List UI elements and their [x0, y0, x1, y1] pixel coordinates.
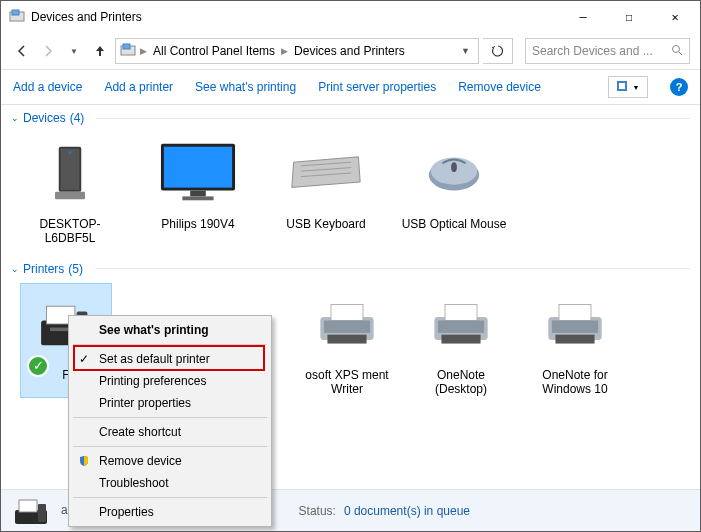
- search-placeholder: Search Devices and ...: [532, 44, 671, 58]
- app-icon: [9, 9, 25, 25]
- default-check-icon: ✓: [27, 355, 49, 377]
- help-button[interactable]: ?: [670, 78, 688, 96]
- command-toolbar: Add a device Add a printer See what's pr…: [1, 69, 700, 105]
- printer-icon: [535, 284, 615, 364]
- context-menu: See what's printing ✓ Set as default pri…: [68, 315, 272, 527]
- monitor-icon: [158, 133, 238, 213]
- minimize-button[interactable]: —: [560, 2, 606, 32]
- svg-rect-14: [190, 191, 206, 197]
- devices-grid: DESKTOP-L6DBF5L Philips 190V4 USB Keyboa…: [1, 129, 700, 256]
- keyboard-icon: [286, 133, 366, 213]
- refresh-button[interactable]: [483, 38, 513, 64]
- svg-rect-40: [19, 500, 37, 512]
- svg-rect-28: [331, 304, 363, 320]
- svg-rect-33: [441, 334, 480, 343]
- menu-preferences[interactable]: Printing preferences: [71, 370, 269, 392]
- collapse-icon: ⌄: [11, 113, 19, 123]
- svg-rect-37: [555, 334, 594, 343]
- menu-set-default[interactable]: ✓ Set as default printer: [71, 348, 269, 370]
- svg-rect-13: [164, 147, 232, 188]
- status-value: 0 document(s) in queue: [344, 504, 470, 518]
- navigation-bar: ▼ ▶ All Control Panel Items ▶ Devices an…: [1, 33, 700, 69]
- svg-rect-32: [445, 304, 477, 320]
- maximize-button[interactable]: ☐: [606, 2, 652, 32]
- svg-rect-7: [619, 83, 625, 89]
- printer-label: OneNote for Windows 10: [525, 368, 625, 397]
- menu-troubleshoot[interactable]: Troubleshoot: [71, 472, 269, 494]
- add-device-button[interactable]: Add a device: [13, 80, 82, 94]
- breadcrumb-root-icon: [120, 43, 136, 60]
- breadcrumb-dropdown[interactable]: ▼: [457, 46, 474, 56]
- add-printer-button[interactable]: Add a printer: [104, 80, 173, 94]
- status-printer-icon: [11, 496, 47, 526]
- svg-rect-41: [38, 504, 46, 522]
- close-button[interactable]: ✕: [652, 2, 698, 32]
- shield-icon: [77, 454, 91, 468]
- device-item[interactable]: USB Optical Mouse: [399, 133, 509, 246]
- print-server-button[interactable]: Print server properties: [318, 80, 436, 94]
- see-printing-button[interactable]: See what's printing: [195, 80, 296, 94]
- address-bar[interactable]: ▶ All Control Panel Items ▶ Devices and …: [115, 38, 479, 64]
- menu-see-printing[interactable]: See what's printing: [71, 319, 269, 341]
- window-titlebar: Devices and Printers — ☐ ✕: [1, 1, 700, 33]
- printer-icon: [421, 284, 501, 364]
- svg-rect-30: [324, 320, 370, 332]
- section-header-printers[interactable]: ⌄ Printers (5): [1, 256, 700, 280]
- svg-rect-10: [55, 192, 85, 200]
- collapse-icon: ⌄: [11, 264, 19, 274]
- breadcrumb-chevron[interactable]: ▶: [279, 46, 290, 56]
- device-label: USB Optical Mouse: [402, 217, 507, 231]
- recent-dropdown[interactable]: ▼: [63, 40, 85, 62]
- mouse-icon: [414, 133, 494, 213]
- printer-item[interactable]: osoft XPS ment Writer: [297, 284, 397, 397]
- svg-point-22: [451, 162, 457, 172]
- svg-rect-3: [123, 44, 130, 49]
- section-count: (5): [68, 262, 83, 276]
- printer-item[interactable]: OneNote (Desktop): [411, 284, 511, 397]
- menu-remove-device[interactable]: Remove device: [71, 450, 269, 472]
- search-icon: [671, 44, 683, 59]
- printer-label: osoft XPS ment Writer: [297, 368, 397, 397]
- breadcrumb-chevron[interactable]: ▶: [138, 46, 149, 56]
- section-label: Printers: [23, 262, 64, 276]
- window-title: Devices and Printers: [31, 10, 560, 24]
- forward-button[interactable]: [37, 40, 59, 62]
- check-icon: ✓: [77, 352, 91, 366]
- section-label: Devices: [23, 111, 66, 125]
- computer-icon: [30, 133, 110, 213]
- svg-point-4: [673, 45, 680, 52]
- svg-rect-34: [438, 320, 484, 332]
- printer-item[interactable]: OneNote for Windows 10: [525, 284, 625, 397]
- breadcrumb-item[interactable]: Devices and Printers: [292, 42, 407, 60]
- svg-rect-9: [61, 149, 80, 190]
- remove-device-button[interactable]: Remove device: [458, 80, 541, 94]
- back-button[interactable]: [11, 40, 33, 62]
- view-options-button[interactable]: ▼: [608, 76, 648, 98]
- device-label: Philips 190V4: [161, 217, 234, 231]
- svg-marker-16: [292, 157, 360, 188]
- device-item[interactable]: Philips 190V4: [143, 133, 253, 246]
- menu-properties[interactable]: Properties: [71, 501, 269, 523]
- svg-line-5: [679, 52, 682, 55]
- svg-rect-29: [327, 334, 366, 343]
- search-input[interactable]: Search Devices and ...: [525, 38, 690, 64]
- printer-label: OneNote (Desktop): [411, 368, 511, 397]
- svg-point-11: [69, 151, 72, 154]
- device-label: DESKTOP-L6DBF5L: [15, 217, 125, 246]
- up-button[interactable]: [89, 40, 111, 62]
- device-item[interactable]: USB Keyboard: [271, 133, 381, 246]
- breadcrumb-item[interactable]: All Control Panel Items: [151, 42, 277, 60]
- device-label: USB Keyboard: [286, 217, 365, 231]
- section-header-devices[interactable]: ⌄ Devices (4): [1, 105, 700, 129]
- section-count: (4): [70, 111, 85, 125]
- svg-rect-1: [12, 10, 19, 15]
- menu-create-shortcut[interactable]: Create shortcut: [71, 421, 269, 443]
- svg-rect-38: [552, 320, 598, 332]
- menu-printer-properties[interactable]: Printer properties: [71, 392, 269, 414]
- device-item[interactable]: DESKTOP-L6DBF5L: [15, 133, 125, 246]
- svg-rect-15: [182, 196, 213, 200]
- printer-icon: [307, 284, 387, 364]
- status-label: Status:: [286, 504, 336, 518]
- svg-rect-36: [559, 304, 591, 320]
